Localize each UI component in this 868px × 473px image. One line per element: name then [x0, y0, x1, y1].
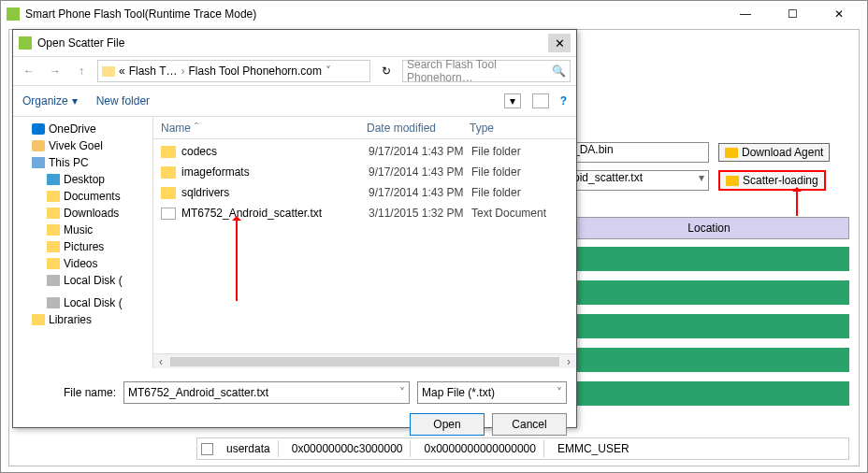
scatter-file-input[interactable]: oid_scatter.txt ▾ [569, 170, 709, 191]
file-rows: codecs 9/17/2014 1:43 PM File folder ima… [153, 139, 576, 225]
dialog-footer: File name: MT6752_Android_scatter.txt˅ M… [13, 368, 576, 439]
nav-back-button[interactable]: ← [19, 61, 39, 81]
help-button[interactable]: ? [560, 94, 567, 108]
minimize-button[interactable]: — [729, 4, 762, 24]
annotation-arrow [236, 217, 238, 301]
dialog-icon [19, 36, 32, 50]
dialog-titlebar: Open Scatter File ✕ [13, 30, 576, 56]
download-agent-button[interactable]: Download Agent [718, 143, 830, 162]
organize-button[interactable]: Organize ▾ [22, 94, 78, 108]
tree-videos[interactable]: Videos [15, 255, 151, 272]
userdata-name: userdata [219, 440, 279, 457]
open-button[interactable]: Open [410, 413, 485, 436]
file-filter-select[interactable]: Map File (*.txt)˅ [417, 381, 567, 404]
file-row[interactable]: codecs 9/17/2014 1:43 PM File folder [153, 141, 576, 162]
tree-this-pc[interactable]: This PC [15, 154, 151, 171]
userdata-checkbox[interactable] [201, 443, 213, 455]
horizontal-scrollbar[interactable]: ‹› [153, 353, 576, 368]
search-icon: 🔍 [552, 64, 566, 78]
dialog-title: Open Scatter File [37, 36, 548, 50]
folder-icon [161, 146, 176, 158]
tree-onedrive[interactable]: OneDrive [15, 121, 151, 137]
folder-icon [161, 166, 176, 179]
file-list-header[interactable]: Nameˆ Date modified Type [153, 117, 576, 139]
partition-row[interactable] [569, 314, 849, 338]
main-titlebar: Smart Phone Flash Tool(Runtime Trace Mod… [1, 1, 867, 27]
userdata-begin: 0x00000000c3000000 [284, 440, 412, 457]
location-column-header: Location [569, 217, 849, 239]
file-list: Nameˆ Date modified Type codecs 9/17/201… [153, 117, 576, 368]
nav-up-button[interactable]: ↑ [71, 61, 92, 81]
folder-icon [161, 187, 176, 199]
dialog-content: OneDrive Vivek Goel This PC Desktop Docu… [13, 116, 576, 368]
new-folder-button[interactable]: New folder [96, 94, 150, 108]
partition-row[interactable] [569, 381, 849, 406]
nav-forward-button[interactable]: → [45, 61, 65, 81]
userdata-end: 0x0000000000000000 [416, 440, 543, 457]
search-input[interactable]: Search Flash Tool Phonehorn… 🔍 [402, 60, 571, 82]
partition-row[interactable] [569, 348, 849, 372]
partition-rows [569, 247, 849, 406]
refresh-button[interactable]: ↻ [376, 61, 397, 81]
right-panel: _DA.bin Download Agent oid_scatter.txt ▾… [569, 142, 849, 415]
close-button[interactable]: ✕ [822, 4, 856, 24]
tree-downloads[interactable]: Downloads [15, 205, 151, 222]
scatter-loading-button[interactable]: Scatter-loading [718, 170, 826, 191]
tree-user[interactable]: Vivek Goel [15, 137, 151, 154]
preview-pane-button[interactable] [532, 93, 549, 108]
folder-icon [726, 176, 739, 186]
file-row-selected[interactable]: MT6752_Android_scatter.txt 3/11/2015 1:3… [153, 203, 576, 223]
text-file-icon [161, 208, 176, 220]
dialog-toolbar: Organize ▾ New folder ▾ ? [13, 86, 576, 116]
folder-icon [725, 148, 738, 158]
tree-pictures[interactable]: Pictures [15, 238, 151, 255]
cancel-button[interactable]: Cancel [492, 413, 567, 436]
file-row[interactable]: sqldrivers 9/17/2014 1:43 PM File folder [153, 182, 576, 203]
col-date[interactable]: Date modified [359, 122, 462, 135]
userdata-region: EMMC_USER [550, 440, 637, 457]
view-options-button[interactable]: ▾ [504, 93, 521, 108]
col-name[interactable]: Nameˆ [153, 122, 359, 135]
tree-local-d[interactable]: Local Disk ( [15, 294, 151, 311]
file-name-input[interactable]: MT6752_Android_scatter.txt˅ [123, 381, 410, 404]
file-row[interactable]: imageformats 9/17/2014 1:43 PM File fold… [153, 162, 576, 182]
tree-music[interactable]: Music [15, 222, 151, 238]
open-file-dialog: Open Scatter File ✕ ← → ↑ « Flash T… › F… [12, 29, 577, 428]
folder-icon [102, 66, 115, 77]
partition-row[interactable] [569, 247, 849, 271]
userdata-row[interactable]: userdata 0x00000000c3000000 0x0000000000… [196, 437, 849, 460]
main-title: Smart Phone Flash Tool(Runtime Trace Mod… [25, 7, 729, 21]
annotation-arrow [796, 188, 798, 216]
da-file-input[interactable]: _DA.bin [569, 142, 709, 163]
file-name-label: File name: [22, 386, 116, 399]
tree-desktop[interactable]: Desktop [15, 171, 151, 188]
partition-row[interactable] [569, 280, 849, 305]
tree-documents[interactable]: Documents [15, 188, 151, 205]
dialog-close-button[interactable]: ✕ [548, 34, 571, 52]
main-window: Smart Phone Flash Tool(Runtime Trace Mod… [0, 0, 868, 473]
tree-libraries[interactable]: Libraries [15, 311, 151, 328]
app-icon [7, 7, 20, 21]
tree-local-c[interactable]: Local Disk ( [15, 272, 151, 289]
col-type[interactable]: Type [462, 122, 576, 135]
dialog-nav: ← → ↑ « Flash T… › Flash Tool Phonehorn.… [13, 56, 576, 86]
nav-tree[interactable]: OneDrive Vivek Goel This PC Desktop Docu… [13, 117, 153, 368]
maximize-button[interactable]: ☐ [775, 4, 809, 24]
breadcrumb[interactable]: « Flash T… › Flash Tool Phonehorn.com ˅ [97, 60, 370, 82]
